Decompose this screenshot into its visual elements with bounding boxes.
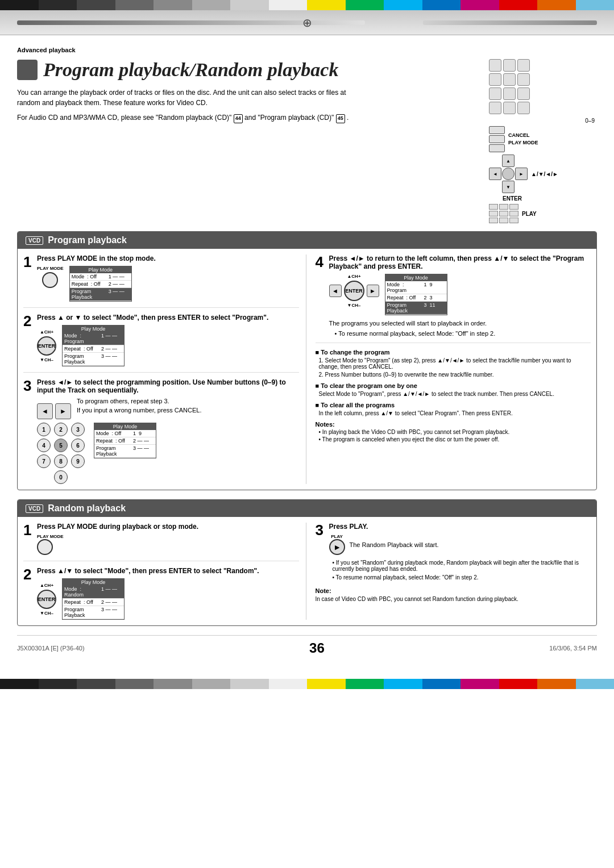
section-label: Advanced playback [17,47,597,53]
random-note-body: In case of Video CD with PBC, you cannot… [316,596,591,602]
program-body: 1 Press PLAY MODE in the stop mode. PLAY… [18,249,596,490]
color-block-1 [0,0,39,10]
header-strip: ⊕ [0,10,614,35]
num-btn-8[interactable]: 8 [54,454,68,468]
num-btn-3[interactable]: 3 [71,423,85,436]
program-playback-section: VCD Program playback 1 Press PLAY MODE i… [17,231,597,490]
random-right-col: 3 Press PLAY. PLAY ▶ The Random Playback… [313,523,591,620]
vcd-badge-program: VCD [26,236,43,245]
intro-para2: For Audio CD and MP3/WMA CD, please see … [17,112,370,123]
vcd-badge-random: VCD [26,504,43,513]
random-step1-btn-label: PLAY MODE [37,534,64,539]
random-note-label: Note: [316,587,591,594]
random-step1-play-mode-btn[interactable] [37,539,53,555]
random-step3-num: 3 [316,523,326,581]
step2-enter-btn[interactable]: ENTER [37,336,56,356]
color-block-8 [269,0,308,10]
to-clear-all-body: In the left column, press ▲/▼ to select … [319,410,591,416]
footer-right-text: 16/3/06, 3:54 PM [549,645,597,652]
num-btn-1[interactable]: 1 [37,423,51,436]
left-arrow-btn[interactable]: ◄ [37,403,53,419]
step4-instruction: Press ◄/► to return to the left column, … [329,254,591,270]
random-step1-instruction: Press PLAY MODE during playback or stop … [37,523,299,531]
step4-body1: The programs you selected will start to … [329,320,591,327]
to-clear-all-section: ■ To clear all the programs In the left … [316,402,591,416]
color-block-5 [154,0,192,10]
bottom-color-bar [0,679,614,689]
num-btn-9[interactable]: 9 [71,454,85,468]
color-block-red [499,0,538,10]
random-playback-section: VCD Random playback 1 Press PLAY MODE du… [17,499,597,626]
step1-instruction: Press PLAY MODE in the stop mode. [37,254,299,262]
notes-label: Notes: [316,421,591,428]
step4-right-arrow[interactable]: ► [367,285,379,297]
random-step2-enter-btn[interactable]: ENTER [37,590,56,609]
step3-instruction: Press ◄/► to select the programming posi… [37,378,299,394]
step1-btn-label: PLAY MODE [37,266,64,271]
program-playback-header: VCD Program playback [18,232,596,249]
to-clear-all-header: ■ To clear all the programs [316,402,591,408]
to-clear-one-header: ■ To clear the program one by one [316,382,591,389]
step4-left-arrow[interactable]: ◄ [329,285,342,297]
to-change-section: ■ To change the program 1. Select Mode t… [316,349,591,378]
random-step-3: 3 Press PLAY. PLAY ▶ The Random Playback… [316,523,591,581]
random-step2-screen: Play Mode Mode : Random1 — — Repeat : Of… [62,578,125,620]
step3-num: 3 [23,378,34,484]
remote-diagram: 0–9 CANCEL PLAY MODE ▲ [489,59,597,223]
random-step-1: 1 Press PLAY MODE during playback or sto… [23,523,299,561]
program-left-col: 1 Press PLAY MODE in the stop mode. PLAY… [23,254,306,484]
to-change-header: ■ To change the program [316,349,591,356]
step3-screen: Play Mode Mode : Off1 9 Repeat : Off2 — … [94,423,156,458]
program-step-1: 1 Press PLAY MODE in the stop mode. PLAY… [23,254,299,308]
num-btn-2[interactable]: 2 [54,423,68,436]
step2-instruction: Press ▲ or ▼ to select "Mode", then pres… [37,314,299,322]
random-playback-title: Random playback [48,503,126,514]
color-block-yellow [307,0,346,10]
random-step2-num: 2 [23,567,34,620]
num-btn-4[interactable]: 4 [37,439,51,452]
num-btn-7[interactable]: 7 [37,454,51,468]
program-notes: Notes: • In playing back the Video CD wi… [316,421,591,443]
random-body: 1 Press PLAY MODE during playback or sto… [18,517,596,625]
step4-bullet1: • To resume normal playback, select Mode… [335,330,591,337]
step4-num: 4 [316,254,326,337]
step2-screen: Play Mode Mode : Program1 — — Repeat : O… [62,325,125,366]
header-crosshair: ⊕ [302,16,312,30]
play-label: PLAY [522,211,537,217]
num-btn-5[interactable]: 5 [54,439,68,452]
step1-row-2: Repeat : Off2 — — [70,281,131,288]
random-note: Note: In case of Video CD with PBC, you … [316,587,591,602]
program-right-col: 4 Press ◄/► to return to the left column… [313,254,591,484]
step1-num: 1 [23,254,34,302]
num-btn-0[interactable]: 0 [54,470,68,484]
color-block-green [346,0,384,10]
to-clear-one-section: ■ To clear the program one by one Select… [316,382,591,397]
step1-row-3: Program Playback3 — — [70,288,131,301]
title-icon [17,60,38,80]
color-block-2 [39,0,77,10]
num-btn-6[interactable]: 6 [71,439,85,452]
program-step-3: 3 Press ◄/► to select the programming po… [23,378,299,484]
step4-enter-btn[interactable]: ENTER [344,281,364,301]
enter-label: ENTER [503,195,597,202]
page-footer: J5X00301A [E] (P36-40) 36 16/3/06, 3:54 … [17,635,597,656]
color-block-ltblue [576,0,615,10]
random-step-2: 2 Press ▲/▼ to select "Mode", then press… [23,567,299,620]
random-step3-instruction: Press PLAY. [329,523,591,531]
program-playback-title: Program playback [48,235,127,245]
to-change-step2: 2. Press Number buttons (0–9) to overwri… [319,372,591,378]
color-block-6 [192,0,231,10]
step2-num: 2 [23,314,34,366]
random-playback-header: VCD Random playback [18,500,596,517]
intro-para1: You can arrange the playback order of tr… [17,87,370,108]
color-block-7 [230,0,269,10]
program-step-4: 4 Press ◄/► to return to the left column… [316,254,591,343]
random-step3-body: The Random Playback will start. [350,541,439,548]
color-block-magenta [460,0,499,10]
right-arrow-btn[interactable]: ► [55,403,71,419]
color-block-3 [77,0,115,10]
step1-play-mode-btn[interactable] [42,272,58,288]
number-keys-grid [489,59,597,114]
random-play-btn[interactable]: ▶ [329,539,345,555]
random-left-col: 1 Press PLAY MODE during playback or sto… [23,523,306,620]
